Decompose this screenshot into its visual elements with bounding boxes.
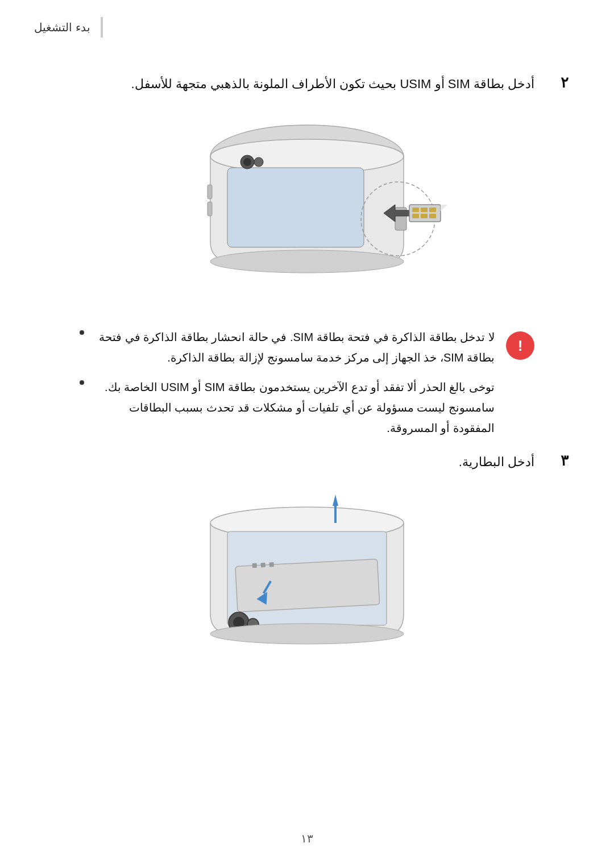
svg-point-5 [254, 157, 263, 167]
svg-rect-24 [252, 563, 257, 568]
bullet-1 [80, 330, 84, 335]
svg-rect-9 [409, 205, 441, 222]
svg-rect-13 [412, 214, 419, 218]
sim-illustration-container [45, 111, 569, 304]
page-container: بدء التشغيل ٢ أدخل بطاقة SIM أو USIM بحي… [0, 0, 614, 868]
svg-point-34 [210, 624, 404, 644]
svg-point-17 [210, 250, 404, 273]
svg-point-4 [243, 158, 251, 166]
warning-exclamation-mark: ! [518, 338, 523, 353]
svg-rect-25 [261, 563, 265, 567]
notes-text-block: لا تدخل بطاقة الذاكرة في فتحة بطاقة SIM.… [80, 327, 495, 441]
step-3-row: ٣ أدخل البطارية. [45, 452, 569, 472]
notes-section: ! لا تدخل بطاقة الذاكرة في فتحة بطاقة SI… [80, 327, 534, 441]
note-2-text: توخى بالغ الحذر ألا تفقد أو تدع الآخرين … [91, 377, 495, 438]
svg-rect-18 [208, 185, 212, 199]
svg-marker-27 [333, 495, 338, 506]
step-3-number: ٣ [546, 452, 569, 470]
svg-rect-12 [429, 207, 436, 212]
warning-icon: ! [506, 331, 534, 360]
page-number: ١٣ [301, 832, 313, 845]
step-2-number: ٢ [546, 74, 569, 92]
svg-rect-14 [421, 214, 428, 218]
svg-rect-26 [269, 562, 274, 567]
step-2-text: أدخل بطاقة SIM أو USIM بحيث تكون الأطراف… [45, 74, 534, 94]
step-3-text: أدخل البطارية. [45, 452, 534, 472]
battery-insertion-diagram: SAMSUNG [165, 489, 449, 659]
svg-rect-11 [421, 207, 428, 212]
page-header: بدء التشغيل [34, 17, 103, 38]
svg-marker-16 [441, 205, 447, 211]
step-2-section: ٢ أدخل بطاقة SIM أو USIM بحيث تكون الأطر… [45, 74, 569, 94]
svg-rect-19 [208, 202, 212, 216]
header-divider [101, 17, 103, 38]
note-1-text: لا تدخل بطاقة الذاكرة في فتحة بطاقة SIM.… [91, 327, 495, 368]
svg-rect-10 [412, 207, 419, 212]
svg-rect-28 [334, 506, 337, 523]
battery-illustration-container: SAMSUNG [45, 489, 569, 659]
step-3-section: ٣ أدخل البطارية. [45, 452, 569, 472]
step-2-row: ٢ أدخل بطاقة SIM أو USIM بحيث تكون الأطر… [45, 74, 569, 94]
note-1: لا تدخل بطاقة الذاكرة في فتحة بطاقة SIM.… [80, 327, 495, 368]
bullet-2 [80, 380, 84, 385]
sim-insertion-diagram [159, 111, 455, 304]
header-title: بدء التشغيل [34, 20, 90, 34]
svg-rect-15 [429, 214, 436, 218]
svg-rect-2 [227, 168, 364, 247]
note-2: توخى بالغ الحذر ألا تفقد أو تدع الآخرين … [80, 377, 495, 438]
